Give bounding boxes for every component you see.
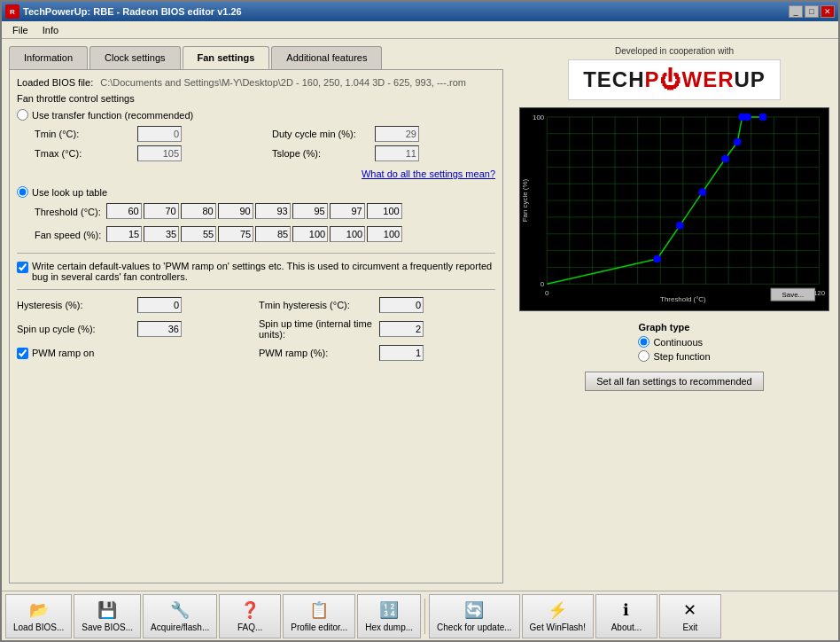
fan-speed-input-1[interactable] <box>144 226 179 242</box>
tab-additional-features[interactable]: Additional features <box>271 46 382 69</box>
threshold-input-3[interactable] <box>218 203 253 219</box>
tslope-label: Tslope (%): <box>272 148 369 159</box>
step-label: Step function <box>653 351 710 362</box>
profile-editor-icon: 📋 <box>308 599 330 621</box>
threshold-input-6[interactable] <box>330 203 365 219</box>
duty-label: Duty cycle min (%): <box>272 129 369 139</box>
close-button[interactable]: ✕ <box>821 5 835 18</box>
threshold-input-0[interactable] <box>106 203 142 219</box>
tab-bar: Information Clock settings Fan settings … <box>9 46 503 69</box>
acquire-flash-icon: 🔧 <box>169 599 191 621</box>
hex-dump-label: Hex dump... <box>365 622 413 632</box>
tmin-input[interactable] <box>137 126 182 142</box>
fan-chart: Fan cycle (%) 0 100 Threshold (°C) 0 120 <box>519 107 829 311</box>
fan-speed-input-6[interactable] <box>330 226 365 242</box>
tab-information[interactable]: Information <box>9 46 88 69</box>
svg-text:100: 100 <box>533 114 545 121</box>
about-button[interactable]: ℹ About... <box>595 594 657 638</box>
exit-button[interactable]: ✕ Exit <box>659 594 721 638</box>
pwm-checkbox-label: Write certain default-values to 'PWM ram… <box>32 261 495 282</box>
menu-bar: File Info <box>2 21 838 39</box>
title-bar: R TechPowerUp: RBE - Radeon BIOS editor … <box>2 2 838 21</box>
svg-point-29 <box>734 138 741 145</box>
duty-input[interactable] <box>375 126 419 142</box>
tab-clock-settings[interactable]: Clock settings <box>89 46 180 69</box>
tmin-hyst-row: Tmin hysteresis (°C): <box>259 297 495 313</box>
winflash-label: Get WinFlash! <box>530 622 586 632</box>
tmax-input[interactable] <box>137 145 182 161</box>
svg-text:Save...: Save... <box>782 291 804 299</box>
maximize-button[interactable]: □ <box>805 5 819 18</box>
faq-label: FAQ... <box>237 622 262 632</box>
logo-power: P⏻WER <box>644 67 734 91</box>
lookup-table: Threshold (°C): Fan <box>35 203 495 246</box>
hysteresis-input[interactable] <box>137 297 182 313</box>
spin-up-row: Spin up cycle (%): <box>17 318 253 340</box>
spin-up-input[interactable] <box>137 321 182 337</box>
fan-speed-input-2[interactable] <box>181 226 216 242</box>
exit-icon: ✕ <box>680 599 701 621</box>
svg-point-26 <box>676 222 683 229</box>
threshold-input-2[interactable] <box>181 203 216 219</box>
svg-point-28 <box>722 155 729 162</box>
pwm-ramp-row: PWM ramp on <box>17 345 253 361</box>
pwm-ramp-checkbox[interactable] <box>17 348 28 359</box>
menu-file[interactable]: File <box>5 23 35 37</box>
lookup-table-radio[interactable] <box>17 186 28 198</box>
tslope-input[interactable] <box>375 145 419 161</box>
hex-dump-icon: 🔢 <box>378 599 400 621</box>
minimize-button[interactable]: _ <box>789 5 803 18</box>
winflash-button[interactable]: ⚡ Get WinFlash! <box>522 594 594 638</box>
main-window: R TechPowerUp: RBE - Radeon BIOS editor … <box>0 0 840 642</box>
threshold-label: Threshold (°C): <box>35 207 101 217</box>
transfer-function-radio[interactable] <box>17 109 28 121</box>
tslope-field-row: Tslope (%): <box>272 145 495 161</box>
pwm-default-checkbox[interactable] <box>17 262 28 273</box>
what-link[interactable]: What do all the settings mean? <box>17 168 495 179</box>
transfer-function-radio-row: Use transfer function (recommended) <box>17 109 495 121</box>
acquire-flash-button[interactable]: 🔧 Acquire/flash... <box>143 594 217 638</box>
threshold-input-4[interactable] <box>255 203 291 219</box>
profile-editor-button[interactable]: 📋 Profile editor... <box>283 594 355 638</box>
logo-developed-text: Developed in cooperation with <box>568 46 781 56</box>
save-bios-icon: 💾 <box>97 599 118 621</box>
recommend-button[interactable]: Set all fan settings to recommended <box>585 372 763 391</box>
about-label: About... <box>611 622 642 632</box>
window-title: TechPowerUp: RBE - Radeon BIOS editor v1… <box>23 6 242 17</box>
tmin-hyst-label: Tmin hysteresis (°C): <box>259 300 374 310</box>
load-bios-button[interactable]: 📂 Load BIOS... <box>5 594 72 638</box>
menu-info[interactable]: Info <box>35 23 66 37</box>
fan-speed-input-4[interactable] <box>255 226 291 242</box>
continuous-radio[interactable] <box>638 336 649 348</box>
faq-icon: ❓ <box>239 599 261 621</box>
threshold-input-1[interactable] <box>144 203 179 219</box>
fan-speed-label: Fan speed (%): <box>35 230 101 240</box>
tmin-hyst-input[interactable] <box>379 297 424 313</box>
hysteresis-label: Hysteresis (%): <box>17 300 132 310</box>
hex-dump-button[interactable]: 🔢 Hex dump... <box>357 594 421 638</box>
fan-speed-inputs <box>106 226 402 242</box>
svg-text:Threshold (°C): Threshold (°C) <box>660 295 706 303</box>
bottom-toolbar: 📂 Load BIOS... 💾 Save BIOS... 🔧 Acquire/… <box>2 591 838 640</box>
pwm-ramp-pct-input[interactable] <box>379 345 424 361</box>
fan-speed-input-5[interactable] <box>292 226 328 242</box>
about-icon: ℹ <box>616 599 637 621</box>
step-function-radio[interactable] <box>638 350 649 362</box>
bios-file-value: C:\Documents and Settings\M-Y\Desktop\2D… <box>100 77 466 88</box>
check-update-button[interactable]: 🔄 Check for update... <box>429 594 520 638</box>
faq-button[interactable]: ❓ FAQ... <box>219 594 281 638</box>
threshold-input-5[interactable] <box>292 203 328 219</box>
pwm-ramp-label: PWM ramp on <box>32 348 94 358</box>
fan-speed-input-0[interactable] <box>106 226 142 242</box>
threshold-input-7[interactable] <box>367 203 402 219</box>
save-bios-button[interactable]: 💾 Save BIOS... <box>74 594 141 638</box>
fan-section-title: Fan throttle control settings <box>17 93 495 104</box>
pwm-ramp-checkbox-row: PWM ramp on <box>17 348 94 359</box>
fan-speed-input-3[interactable] <box>218 226 253 242</box>
svg-point-27 <box>699 189 706 196</box>
fan-speed-input-7[interactable] <box>367 226 402 242</box>
tab-fan-settings[interactable]: Fan settings <box>183 46 270 69</box>
spin-up-time-input[interactable] <box>379 321 424 337</box>
graph-type-section: Graph type Continuous Step function <box>638 322 710 364</box>
load-bios-label: Load BIOS... <box>13 622 64 632</box>
